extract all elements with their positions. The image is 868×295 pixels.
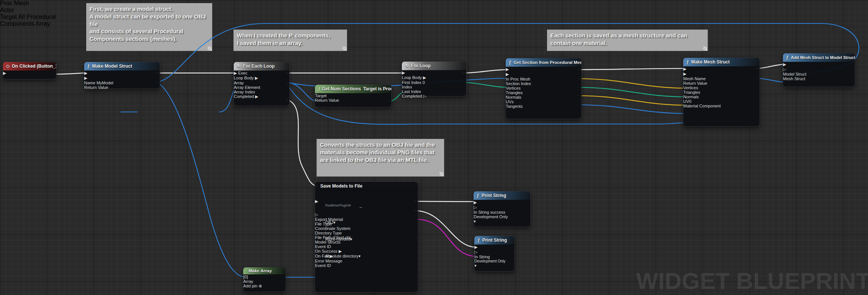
exec-in-pin[interactable]: ▶ (234, 71, 237, 75)
function-icon: ƒ (509, 60, 511, 65)
pin-label: Index (402, 85, 412, 89)
pin-label: Vertices (506, 86, 520, 90)
coordinate-system-dropdown[interactable]: Right-handed▾ (325, 237, 382, 242)
node-title: Print String (482, 238, 507, 243)
exec-out-pin[interactable]: ▶ (683, 71, 686, 76)
export-material-dropdown[interactable]: RealtimePluginI▾ (325, 203, 355, 207)
exec-out-pin[interactable]: ▷ (474, 250, 477, 254)
loop-body-pin[interactable]: ▶ (423, 75, 426, 80)
node-title: For Loop (411, 63, 431, 68)
add-pin-icon[interactable]: ⊕ (258, 284, 262, 288)
node-header: Make Array (243, 267, 286, 275)
directory-type-dropdown[interactable]: Absolute directory▾ (325, 254, 382, 259)
pin-label: Normals (506, 95, 521, 99)
file-type-dropdown[interactable]: OBJ▾ (325, 220, 382, 225)
exec-in-pin[interactable]: ▶ (84, 71, 87, 75)
node-on-clicked[interactable]: ◇ On Clicked (Button_1) ▶ (3, 62, 57, 79)
node-make-mesh-struct[interactable]: ƒ Make Mesh Struct ▶ ▶ Mesh Name Return … (683, 57, 760, 127)
pin-label: UV0 (683, 99, 691, 104)
pin-label: Model Struct (783, 72, 806, 76)
pin-label: Array Element (234, 85, 260, 90)
exec-in-pin[interactable]: ▶ (315, 199, 318, 203)
pin-label: Add pin (243, 284, 257, 288)
node-for-each-loop[interactable]: ↻ For Each Loop ▶ Exec Loop Body ▶ Array… (233, 62, 290, 106)
exec-in-pin[interactable]: ▶ (402, 70, 405, 75)
node-for-loop[interactable]: ↻ For Loop ▶ Loop Body ▶ First Index 0 I… (402, 61, 466, 96)
pin-label: Material Component (683, 104, 721, 108)
pin-label: First Index (402, 80, 421, 85)
node-make-array[interactable]: Make Array [0] Array Add pin ⊕ (243, 267, 286, 292)
pin-label: Array (243, 279, 253, 284)
loop-icon: ↻ (237, 64, 241, 69)
pin-label: Section Index (506, 81, 531, 86)
comment-converts[interactable]: Converts the structs to an OBJ file and … (317, 139, 444, 177)
comment-array[interactable]: When I created the P. components, I save… (233, 30, 347, 51)
pin-label: In String (474, 210, 489, 214)
exec-in-pin[interactable]: ▶ (783, 62, 786, 67)
function-icon: ƒ (686, 59, 689, 65)
node-get-num-sections[interactable]: ƒ Get Num Sections Target is Procedural … (315, 84, 392, 107)
pin-label: Name (84, 81, 95, 85)
exec-out-pin[interactable]: ▷ (783, 67, 786, 71)
pin-label: [0] (243, 275, 248, 279)
comment-mesh-structure[interactable]: Each section is saved as a mesh structur… (547, 30, 708, 51)
node-header: ◇ On Clicked (Button_1) (3, 62, 56, 71)
loop-icon: ↻ (405, 63, 409, 68)
exec-out-pin[interactable]: ▷ (315, 212, 318, 217)
pin-label: Completed (402, 94, 422, 98)
exec-in-pin[interactable]: ▶ (474, 245, 477, 249)
pin-label: On Success (315, 249, 337, 253)
node-title: For Each Loop (243, 64, 275, 69)
exec-out-pin[interactable]: ▶ (506, 72, 509, 76)
node-save-models-to-file[interactable]: Save Models to File ▶ ▷ Export Material … (315, 182, 418, 292)
pin-label: In Proc Mesh (506, 77, 530, 81)
pin-label: Return Value (315, 98, 339, 102)
node-title: On Clicked (Button_1) (12, 64, 56, 69)
loop-body-pin[interactable]: ▶ (255, 76, 258, 80)
blueprint-graph-canvas[interactable]: WIDGET BLUEPRINT First, we create a mode… (0, 0, 868, 295)
pin-label: Event ID (315, 244, 331, 249)
node-get-section[interactable]: ƒ Get Section from Procedural Mesh ▶ ▶ I… (505, 58, 582, 119)
pin-label: Triangles (683, 90, 700, 95)
comment-model-struct[interactable]: First, we create a model struct. A model… (86, 3, 212, 51)
node-get-all-components[interactable]: Target All Procedural Components Array (0, 14, 82, 27)
pin-label: Exec (238, 71, 247, 75)
node-print-string-success[interactable]: ƒ Print String ▶ ▷ In String success Dev… (473, 191, 531, 227)
exec-in-pin[interactable]: ▶ (506, 67, 509, 71)
expand-chevron-icon[interactable]: ▾ (474, 263, 514, 268)
pin-label: Array Index (234, 90, 255, 94)
pin-label: Mesh Struct (783, 76, 805, 81)
function-icon: ƒ (87, 64, 90, 69)
node-make-model-struct[interactable]: ƒ Make Model Struct ▶ ▶ Name MyModel Ret… (84, 62, 160, 89)
expand-chevron-icon[interactable]: ▾ (474, 219, 530, 224)
exec-out-pin[interactable]: ▶ (84, 76, 87, 80)
completed-pin[interactable]: ▶ (255, 94, 258, 99)
pin-label: Loop Body (402, 75, 422, 80)
pin-label: Vertices (683, 85, 698, 90)
exec-in-pin[interactable]: ▶ (474, 200, 477, 205)
development-only-banner: Development Only (474, 259, 514, 263)
exec-out-pin[interactable]: ▷ (474, 205, 477, 210)
node-header: ƒ Make Mesh Struct (683, 58, 760, 67)
function-icon: ƒ (318, 86, 321, 92)
pin-label: Tangents (506, 104, 523, 109)
exec-out-pin[interactable]: ▶ (3, 71, 6, 75)
first-index-field[interactable]: 0 (422, 80, 425, 85)
exec-in-pin[interactable]: ▶ (683, 67, 686, 71)
node-title: Get Section from Procedural Mesh (514, 60, 581, 65)
on-success-pin[interactable]: ▶ (338, 249, 341, 253)
node-title: Make Model Struct (92, 64, 132, 69)
back-arrow-icon[interactable]: ← (359, 204, 363, 209)
node-title: Save Models to File (320, 183, 362, 189)
node-proc-mesh-actor[interactable]: Proc Mesh Actor (0, 0, 33, 14)
in-string-field[interactable]: success (490, 210, 505, 214)
node-title: Add Mesh Struct to Model Struct (791, 55, 855, 60)
name-field[interactable]: MyModel (96, 81, 113, 85)
node-print-string-fail[interactable]: ƒ Print String ▶ ▷ In String Development… (474, 236, 515, 272)
completed-pin[interactable]: ▷ (423, 94, 426, 98)
node-add-mesh-struct[interactable]: ƒ Add Mesh Struct to Model Struct ▶ ▷ Mo… (783, 53, 855, 87)
pin-label: Completed (234, 94, 254, 99)
pin-label: Return Value (84, 85, 108, 90)
graph-type-watermark: WIDGET BLUEPRINT (636, 267, 868, 294)
pin-label: Array (234, 81, 244, 85)
